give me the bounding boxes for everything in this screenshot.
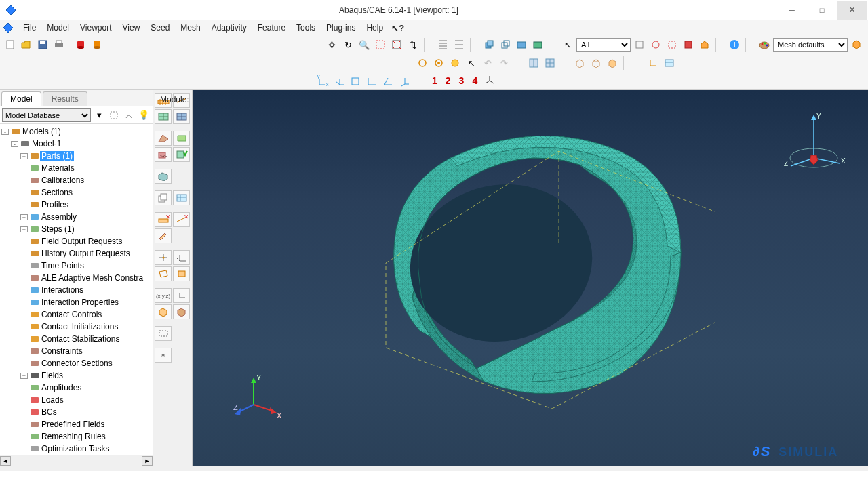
tree-node[interactable]: +Fields <box>1 369 153 382</box>
menu-seed[interactable]: Seed <box>145 22 175 34</box>
p-assign-type-icon[interactable] <box>173 131 190 146</box>
view-4-button[interactable]: 4 <box>469 75 481 86</box>
axis-tool-icon[interactable] <box>646 56 660 70</box>
cube-dropdown-icon[interactable] <box>849 37 864 52</box>
tree-node[interactable]: Contact Initializations <box>1 321 153 333</box>
grid1-icon[interactable] <box>435 37 450 52</box>
p-paste-icon[interactable] <box>173 190 190 205</box>
persp4-icon[interactable] <box>530 37 545 52</box>
layout2-icon[interactable] <box>542 56 557 70</box>
p-virt-top-icon[interactable] <box>155 326 172 341</box>
view-cube-icon[interactable]: Y X Z <box>780 110 848 185</box>
sel4-icon[interactable] <box>681 37 696 52</box>
menu-plugins[interactable]: Plug-ins <box>321 22 361 34</box>
tree-node[interactable]: -Model-1 <box>1 138 153 150</box>
tree-node[interactable]: Materials <box>1 162 153 174</box>
tree-node[interactable]: +Parts (1) <box>1 150 153 162</box>
menu-model[interactable]: Model <box>41 22 75 34</box>
tree-node[interactable]: Connector Sections <box>1 357 153 369</box>
sel2-icon[interactable] <box>648 37 663 52</box>
circle1-icon[interactable] <box>415 56 430 70</box>
circle2-icon[interactable] <box>431 56 446 70</box>
menu-file[interactable]: File <box>18 22 41 34</box>
tree-node[interactable]: Calibrations <box>1 174 153 186</box>
csys2-icon[interactable] <box>332 73 347 88</box>
cycle-icon[interactable]: ⇅ <box>406 37 420 52</box>
app-menu-icon[interactable] <box>3 22 14 33</box>
tree-node[interactable]: ALE Adaptive Mesh Constra <box>1 272 153 284</box>
open-icon[interactable] <box>19 37 34 52</box>
table-tool-icon[interactable] <box>662 56 677 70</box>
minimize-button[interactable]: ─ <box>777 1 807 20</box>
view-2-button[interactable]: 2 <box>442 75 454 86</box>
model-database-dropdown[interactable]: Model Database <box>2 108 91 122</box>
arrow-select-icon[interactable]: ↖ <box>560 37 575 52</box>
pan-icon[interactable]: ✥ <box>324 37 339 52</box>
tree-node[interactable]: Constraints <box>1 345 153 357</box>
print-icon[interactable] <box>52 37 66 52</box>
box3-icon[interactable] <box>605 56 620 70</box>
p-del-seed-icon[interactable]: ✕ <box>173 212 190 227</box>
persp1-icon[interactable] <box>481 37 496 52</box>
grid2-icon[interactable] <box>452 37 467 52</box>
csys4-icon[interactable] <box>365 73 380 88</box>
tree-hscroll[interactable]: ◄► <box>0 455 153 466</box>
csys1-icon[interactable]: yx <box>316 73 331 88</box>
tree-node[interactable]: Remeshing Rules <box>1 430 153 443</box>
p-xyz-label-icon[interactable]: (x,y,z) <box>155 288 172 303</box>
box1-icon[interactable] <box>572 56 587 70</box>
p-part-box2-icon[interactable] <box>173 304 190 319</box>
menu-viewport[interactable]: Viewport <box>75 22 117 34</box>
p-copy-icon[interactable] <box>155 190 172 205</box>
select-mode-dropdown[interactable]: All <box>576 38 631 52</box>
viewport[interactable]: Y X Z Y X Z ∂S SIMULIA <box>193 90 868 466</box>
context-help-icon[interactable]: ↖? <box>391 23 404 33</box>
csys6-icon[interactable] <box>397 73 412 88</box>
p-settings-icon[interactable]: ✶ <box>155 348 172 363</box>
tree-btn2-icon[interactable] <box>122 108 136 122</box>
menu-feature[interactable]: Feature <box>252 22 291 34</box>
p-orphan-icon[interactable] <box>155 169 172 184</box>
tree-bulb-icon[interactable]: 💡 <box>137 108 151 122</box>
p-verify-icon[interactable]: SxR <box>155 147 172 162</box>
p-part-box-icon[interactable] <box>155 304 172 319</box>
persp2-icon[interactable] <box>498 37 513 52</box>
menu-tools[interactable]: Tools <box>291 22 321 34</box>
tree-node[interactable]: Predefined Fields <box>1 418 153 430</box>
tree-node[interactable]: BCs <box>1 406 153 418</box>
mesh-defaults-dropdown[interactable]: Mesh defaults <box>773 38 848 52</box>
persp3-icon[interactable] <box>514 37 529 52</box>
menu-adaptivity[interactable]: Adaptivity <box>206 22 252 34</box>
db2-icon[interactable] <box>90 37 104 52</box>
tab-model[interactable]: Model <box>1 92 41 106</box>
zoom-icon[interactable]: 🔍 <box>357 37 372 52</box>
tab-results[interactable]: Results <box>43 92 87 106</box>
p-mesh-region-icon[interactable] <box>173 109 190 124</box>
csys5-icon[interactable] <box>381 73 396 88</box>
menu-view[interactable]: View <box>117 22 146 34</box>
p-assign-ctrl-icon[interactable] <box>155 131 172 146</box>
p-del-mesh-icon[interactable]: ✕ <box>155 212 172 227</box>
save-icon[interactable] <box>35 37 50 52</box>
palette-icon[interactable] <box>757 37 772 52</box>
p-datum-plane-icon[interactable] <box>155 266 172 281</box>
p-datum-axis-icon[interactable] <box>173 250 190 265</box>
p-mesh-part-icon[interactable] <box>155 109 172 124</box>
filter-icon[interactable]: ▾ <box>92 108 106 122</box>
undo-icon[interactable]: ↶ <box>480 56 495 70</box>
db1-icon[interactable] <box>73 37 88 52</box>
fit-icon[interactable] <box>389 37 404 52</box>
tree-node[interactable]: Contact Stabilizations <box>1 333 153 345</box>
tree-node[interactable]: Interaction Properties <box>1 296 153 308</box>
info-icon[interactable]: i <box>727 37 742 52</box>
csys3-icon[interactable] <box>349 73 363 88</box>
tree-node[interactable]: -Models (1) <box>1 125 153 138</box>
arrow2-icon[interactable]: ↖ <box>464 56 479 70</box>
tree-node[interactable]: Profiles <box>1 199 153 211</box>
csys-3d-icon[interactable] <box>482 73 497 88</box>
box2-icon[interactable] <box>589 56 604 70</box>
tree-node[interactable]: Amplitudes <box>1 382 153 394</box>
sel1-icon[interactable] <box>632 37 647 52</box>
view-3-button[interactable]: 3 <box>456 75 468 86</box>
circle3-icon[interactable] <box>448 56 462 70</box>
